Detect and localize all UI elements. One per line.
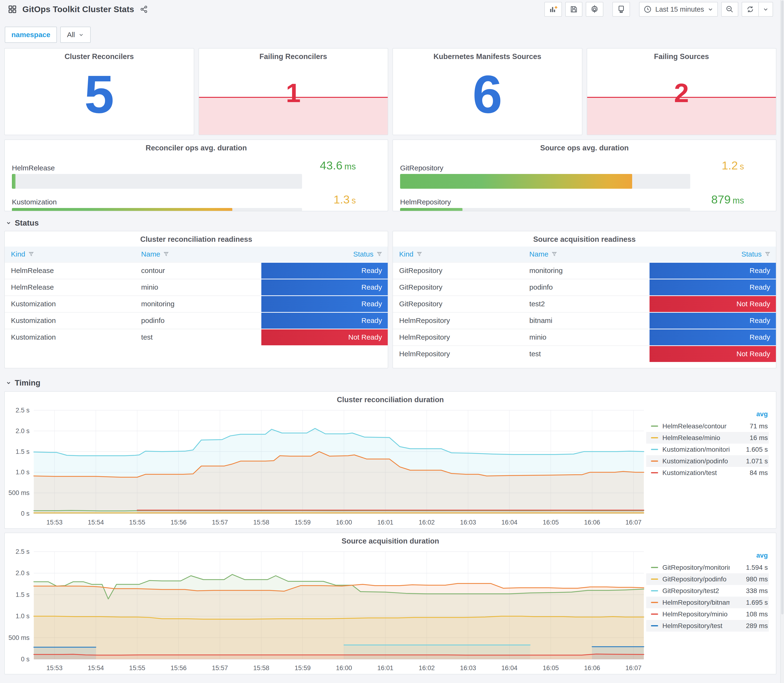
svg-text:1.5 s: 1.5 s [16, 591, 29, 598]
series-name: GitRepository/test2 [662, 587, 730, 595]
svg-text:16:01: 16:01 [377, 664, 393, 672]
section-timing[interactable]: Timing [5, 378, 776, 388]
column-header-status[interactable]: Status [261, 247, 388, 262]
panel-title: Reconciler ops avg. duration [5, 140, 388, 154]
share-icon[interactable] [139, 5, 149, 14]
series-color-icon [651, 425, 658, 427]
status-badge: Not Ready [261, 329, 388, 345]
svg-text:1.0 s: 1.0 s [16, 468, 29, 476]
status-badge: Ready [261, 279, 388, 295]
svg-text:16:04: 16:04 [501, 519, 518, 526]
gauge-panel-source-ops[interactable]: Source ops avg. duration GitRepository 1… [393, 139, 776, 211]
panel-title: Kubernetes Manifests Sources [393, 48, 582, 63]
svg-text:16:00: 16:00 [336, 664, 352, 672]
legend-item[interactable]: Kustomization/test84 ms [646, 467, 769, 479]
cell-status: Ready [649, 262, 776, 279]
svg-text:16:06: 16:06 [584, 664, 600, 672]
stat-panel-failing-sources[interactable]: Failing Sources 2 [587, 48, 777, 135]
scrollbar-thumb[interactable] [781, 0, 784, 614]
legend-item[interactable]: Kustomization/podinfo1.071 s [646, 455, 769, 467]
series-name: HelmRepository/test [662, 622, 730, 630]
cell-name: monitoring [135, 295, 261, 312]
legend-item[interactable]: HelmRepository/minio108 ms [646, 608, 769, 620]
chart-panel-source-acquisition[interactable]: Source acquisition duration 0 s500 ms1.0… [4, 532, 776, 675]
save-dashboard-button[interactable] [565, 2, 582, 17]
apps-grid-icon[interactable] [8, 5, 17, 14]
stat-panel-cluster-reconcilers[interactable]: Cluster Reconcilers 5 [4, 48, 194, 135]
series-color-icon [651, 602, 658, 603]
chart-legend: avgHelmRelease/contour71 msHelmRelease/m… [646, 406, 776, 528]
series-avg-value: 338 ms [730, 587, 768, 595]
time-range-picker[interactable]: Last 15 minutes [639, 2, 718, 17]
svg-text:16:02: 16:02 [418, 664, 435, 672]
column-header-status[interactable]: Status [649, 247, 776, 262]
legend-item[interactable]: HelmRepository/test289 ms [646, 620, 769, 632]
gauge-panel-reconciler-ops[interactable]: Reconciler ops avg. duration HelmRelease… [4, 139, 388, 211]
variable-namespace-select[interactable]: All [60, 27, 90, 43]
cell-kind: GitRepository [393, 262, 523, 279]
column-header-kind[interactable]: Kind [393, 247, 523, 262]
series-color-icon [651, 449, 658, 450]
cycle-view-mode-button[interactable] [612, 2, 630, 17]
svg-text:0 s: 0 s [21, 656, 29, 663]
legend-avg-header[interactable]: avg [646, 409, 769, 420]
series-color-icon [651, 460, 658, 462]
svg-text:15:56: 15:56 [170, 664, 187, 672]
cell-status: Ready [649, 312, 776, 329]
legend-item[interactable]: GitRepository/test2338 ms [646, 585, 769, 596]
series-avg-value: 108 ms [730, 611, 768, 618]
page-scrollbar[interactable] [780, 0, 784, 683]
panel-title: Cluster Reconcilers [5, 48, 194, 63]
legend-item[interactable]: HelmRelease/minio16 ms [646, 432, 769, 444]
refresh-interval-dropdown[interactable] [759, 2, 773, 17]
table-panel-source-readiness[interactable]: Source acquisition readiness KindNameSta… [393, 231, 776, 369]
add-panel-button[interactable] [544, 2, 562, 17]
panel-title: Source acquisition duration [5, 533, 776, 547]
status-badge: Ready [261, 313, 388, 329]
column-header-kind[interactable]: Kind [5, 247, 135, 262]
table-panel-cluster-readiness[interactable]: Cluster reconciliation readiness KindNam… [4, 231, 388, 369]
column-header-name[interactable]: Name [523, 247, 649, 262]
panel-title: Failing Sources [587, 48, 776, 63]
gauge-value: 43.6ms [302, 158, 381, 174]
cell-name: test [135, 329, 261, 345]
legend-item[interactable]: GitRepository/podinfo980 ms [646, 573, 769, 585]
legend-item[interactable]: HelmRepository/bitnami1.695 s [646, 596, 769, 608]
gauge-track [400, 208, 690, 211]
series-avg-value: 16 ms [730, 434, 768, 442]
chart-panel-cluster-reconciliation[interactable]: Cluster reconciliation duration 0 s500 m… [4, 391, 776, 529]
series-name: Kustomization/podinfo [662, 457, 730, 465]
panel-title: Source ops avg. duration [393, 140, 776, 154]
svg-text:16:07: 16:07 [625, 664, 642, 672]
gauge-label: Kustomization [12, 198, 302, 206]
column-header-name[interactable]: Name [135, 247, 261, 262]
timeseries-plot[interactable]: 0 s500 ms1.0 s1.5 s2.0 s2.5 s15:5315:541… [5, 406, 646, 528]
series-avg-value: 1.695 s [730, 599, 768, 606]
gauge-helmrelease: HelmRelease 43.6ms [12, 158, 381, 189]
stat-panel-manifests-sources[interactable]: Kubernetes Manifests Sources 6 [393, 48, 582, 135]
legend-item[interactable]: GitRepository/monitoring1.594 s [646, 562, 769, 573]
dashboard-settings-button[interactable] [586, 2, 603, 17]
stat-value: 1 [199, 80, 388, 106]
section-label: Status [15, 218, 39, 228]
legend-avg-header[interactable]: avg [646, 550, 769, 562]
cell-kind: HelmRepository [393, 329, 523, 346]
gauge-label: GitRepository [400, 164, 690, 172]
series-name: Kustomization/monitoring [662, 446, 730, 453]
legend-item[interactable]: HelmRelease/contour71 ms [646, 420, 769, 432]
stat-panel-failing-reconcilers[interactable]: Failing Reconcilers 1 [199, 48, 388, 135]
zoom-out-button[interactable] [721, 2, 738, 17]
svg-text:16:07: 16:07 [625, 519, 642, 526]
timeseries-plot[interactable]: 0 s500 ms1.0 s1.5 s2.0 s2.5 s15:5315:541… [5, 547, 646, 674]
cell-name: podinfo [135, 312, 261, 329]
cell-kind: Kustomization [5, 329, 135, 345]
table-row: HelmRepositoryminioReady [393, 329, 776, 346]
variable-namespace-label[interactable]: namespace [5, 27, 57, 43]
section-status[interactable]: Status [5, 218, 776, 228]
gauge-fill [12, 208, 232, 211]
legend-item[interactable]: Kustomization/monitoring1.605 s [646, 444, 769, 455]
panel-title: Source acquisition readiness [393, 231, 776, 245]
refresh-button[interactable] [742, 2, 759, 17]
gauge-label: HelmRepository [400, 198, 690, 206]
series-color-icon [651, 567, 658, 568]
